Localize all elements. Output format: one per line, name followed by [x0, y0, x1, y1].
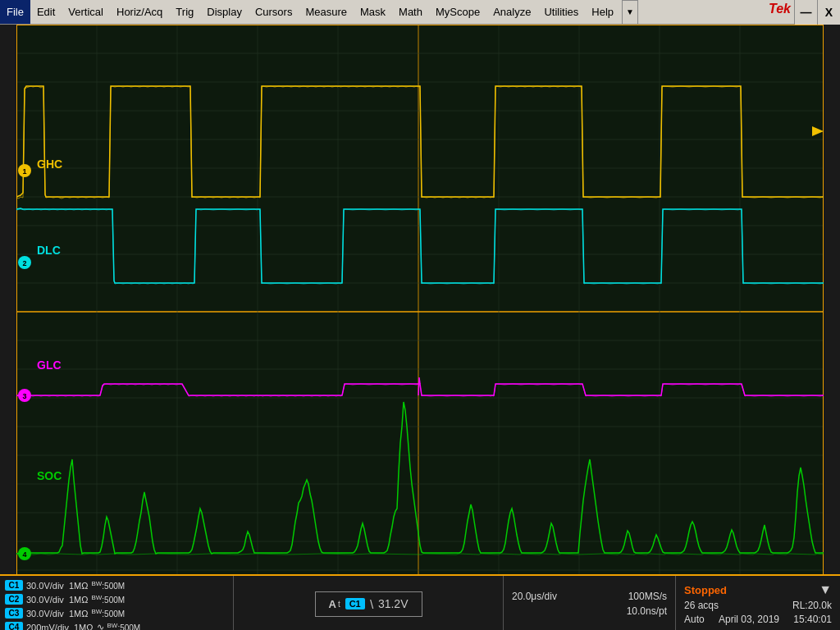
acq-count-row: 26 acqs RL:20.0k: [684, 600, 832, 611]
menu-myscope[interactable]: MyScope: [429, 0, 486, 24]
ch4-status-badge: C4: [5, 622, 23, 630]
ch3-impedance: 1MΩ: [69, 609, 89, 619]
channel-info: C1 30.0V/div 1MΩ BW:500M C2 30.0V/div 1M…: [0, 576, 234, 630]
record-length-row: 10.0ns/pt: [512, 605, 667, 617]
trigger-channel-badge: C1: [345, 598, 365, 609]
ch2-badge-label: 2: [22, 259, 26, 267]
ch2-bw: BW:500M: [91, 594, 125, 605]
ch3-badge-label: 3: [22, 392, 26, 400]
grid-lines: GHC DLC GLC SOC 1 2 3 4: [16, 25, 824, 599]
ch3-bw: BW:500M: [91, 608, 125, 619]
timebase-info: 20.0μs/div 100MS/s 10.0ns/pt: [504, 576, 676, 630]
ch2-volts: 30.0V/div: [26, 595, 64, 605]
ch2-info-row: C2 30.0V/div 1MΩ BW:500M: [5, 593, 228, 605]
acq-mode: Auto: [684, 614, 705, 625]
time-value: 15:40:01: [793, 614, 832, 625]
time-div-row: 20.0μs/div 100MS/s: [512, 591, 667, 602]
date-value: April 03, 2019: [719, 614, 779, 625]
menu-horiz[interactable]: Horiz/Acq: [110, 0, 169, 24]
scope-display: GHC DLC GLC SOC 1 2 3 4: [0, 25, 840, 599]
ch1-bw: BW:500M: [91, 580, 125, 591]
down-arrow-icon: ▼: [819, 582, 832, 597]
ch4-volts: 200mV/div: [26, 623, 69, 631]
record-length-value: 10.0ns/pt: [627, 605, 667, 617]
menubar: File Edit Vertical Horiz/Acq Trig Displa…: [0, 0, 840, 25]
trigger-level-value: 31.2V: [378, 597, 409, 610]
menu-help[interactable]: Help: [585, 0, 620, 24]
stopped-row: Stopped ▼: [684, 582, 832, 597]
ch2-label: DLC: [37, 244, 61, 257]
ch4-coupling-icon: ∿: [97, 622, 104, 630]
menu-mask[interactable]: Mask: [354, 0, 392, 24]
window-controls: — X: [794, 0, 840, 25]
menu-measure[interactable]: Measure: [299, 0, 354, 24]
menu-file[interactable]: File: [0, 0, 30, 24]
menu-edit[interactable]: Edit: [30, 0, 62, 24]
trigger-edge-icon: /: [370, 597, 373, 611]
ch2-status-badge: C2: [5, 594, 23, 605]
status-bar: C1 30.0V/div 1MΩ BW:500M C2 30.0V/div 1M…: [0, 574, 840, 630]
sample-rate-value: 100MS/s: [628, 591, 667, 602]
ch4-impedance: 1MΩ: [74, 623, 94, 631]
trigger-superscript: t: [338, 600, 340, 609]
ch3-status-badge: C3: [5, 608, 23, 619]
menu-analyze[interactable]: Analyze: [486, 0, 537, 24]
menu-trig[interactable]: Trig: [169, 0, 200, 24]
ch1-badge-label: 1: [22, 167, 26, 176]
menu-vertical[interactable]: Vertical: [62, 0, 110, 24]
stopped-status: Stopped: [684, 584, 727, 596]
acquisition-info: Stopped ▼ 26 acqs RL:20.0k Auto April 03…: [676, 576, 840, 630]
acq-count: 26 acqs: [684, 600, 719, 611]
time-div-value: 20.0μs/div: [512, 591, 557, 602]
ch3-volts: 30.0V/div: [26, 609, 64, 619]
ch4-label: SOC: [37, 469, 62, 482]
ch4-bw: BW:500M: [107, 622, 141, 630]
ch1-status-badge: C1: [5, 580, 23, 591]
ch1-volts: 30.0V/div: [26, 581, 64, 591]
menu-cursors[interactable]: Cursors: [249, 0, 299, 24]
minimize-button[interactable]: —: [794, 0, 817, 25]
trigger-display: A t C1 / 31.2V: [315, 591, 422, 617]
menu-utilities[interactable]: Utilities: [537, 0, 585, 24]
ch3-info-row: C3 30.0V/div 1MΩ BW:500M: [5, 607, 228, 619]
ch3-label: GLC: [37, 358, 62, 372]
close-button[interactable]: X: [817, 0, 840, 25]
menu-math[interactable]: Math: [392, 0, 429, 24]
record-length-label: RL:20.0k: [792, 600, 832, 611]
menu-dropdown[interactable]: ▼: [622, 0, 638, 25]
trigger-info: A t C1 / 31.2V: [234, 576, 504, 630]
ch1-label: GHC: [37, 158, 62, 171]
ch1-info-row: C1 30.0V/div 1MΩ BW:500M: [5, 579, 228, 591]
menu-display[interactable]: Display: [200, 0, 249, 24]
trigger-mode-label: A: [329, 598, 336, 610]
ch2-impedance: 1MΩ: [69, 595, 89, 605]
ch4-badge-label: 4: [22, 550, 26, 559]
waveform-grid: GHC DLC GLC SOC 1 2 3 4: [16, 25, 824, 599]
date-time-row: Auto April 03, 2019 15:40:01: [684, 614, 832, 625]
ch4-info-row: C4 200mV/div 1MΩ ∿ BW:500M: [5, 621, 228, 630]
brand-logo: Tek: [769, 2, 791, 16]
ch1-impedance: 1MΩ: [69, 581, 89, 591]
